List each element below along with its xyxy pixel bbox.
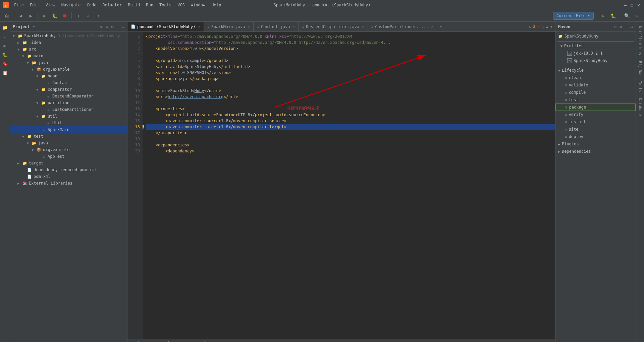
maven-deploy[interactable]: ⚙ deploy	[555, 133, 636, 140]
tree-contact[interactable]: ☕ Contact	[10, 79, 127, 86]
tree-org-example[interactable]: ▼ 📦 org.example	[10, 66, 127, 73]
tree-custom-partitioner[interactable]: ☕ CustomPartitioner	[10, 106, 127, 113]
maven-profile-jdk[interactable]: ☐ jdk-18.0.2.1	[558, 50, 633, 57]
maven-package[interactable]: ⚙ package	[555, 104, 636, 111]
tree-target[interactable]: ▶ 📁 target	[10, 160, 127, 166]
tree-root[interactable]: ▼ 📁 SparkMainHuhy D:/java-output/SparkMa…	[10, 32, 127, 39]
right-icon-notifications[interactable]: Notifications	[637, 23, 643, 58]
menu-build[interactable]: Build	[125, 2, 143, 8]
maven-compile[interactable]: ⚙ compile	[555, 89, 636, 96]
git-push-button[interactable]: ↑	[94, 11, 103, 20]
current-file-button[interactable]: Current File ▾	[553, 12, 594, 20]
tree-util-class[interactable]: ☕ Util	[10, 120, 127, 126]
tree-descend-comparator[interactable]: ☕ DescendComparator	[10, 93, 127, 99]
left-icon-structure[interactable]: 📋	[1, 69, 9, 77]
settings-button[interactable]: ⚙	[633, 11, 641, 20]
editor-nav-down[interactable]: ▼	[550, 24, 552, 29]
maven-clean[interactable]: ⚙ clean	[555, 74, 636, 81]
menu-refactor[interactable]: Refactor	[100, 2, 124, 8]
project-close-icon[interactable]: –	[117, 24, 119, 29]
menu-run[interactable]: Run	[143, 2, 156, 8]
project-dropdown-icon[interactable]: ▾	[33, 24, 35, 29]
maven-settings-icon[interactable]: ⚙	[620, 24, 622, 29]
left-icon-run[interactable]: ▶	[1, 42, 9, 50]
tree-java-main[interactable]: ▼ 📂 java	[10, 59, 127, 66]
maven-install[interactable]: ⚙ install	[555, 118, 636, 126]
left-icon-debug[interactable]: 🐛	[1, 51, 9, 59]
debug-button[interactable]: 🐛	[50, 11, 59, 20]
tree-ext-libs[interactable]: ▶ 📚 External Libraries	[10, 180, 127, 187]
menu-edit[interactable]: Edit	[27, 2, 42, 8]
tab-spark-main-close[interactable]: ×	[248, 24, 250, 29]
tree-pom-xml[interactable]: 📄 pom.xml	[10, 173, 127, 180]
forward-button[interactable]: ▶	[26, 11, 35, 20]
breadcrumb-properties[interactable]: properties	[152, 341, 174, 342]
menu-help[interactable]: Help	[209, 2, 224, 8]
tree-spark-main[interactable]: ☕ SparkMain	[10, 126, 127, 133]
breadcrumb-project[interactable]: project	[131, 341, 146, 342]
maven-root[interactable]: 📁 SparkStudyHuhy	[555, 32, 636, 40]
project-collapse-icon[interactable]: ≡	[106, 24, 108, 29]
tab-contact[interactable]: ☕ Contact.java ×	[254, 22, 299, 32]
minimize-button[interactable]: –	[623, 2, 628, 8]
tree-idea[interactable]: ▶ 📁 .idea	[10, 39, 127, 46]
tab-overflow-icon[interactable]: ▾	[437, 24, 445, 29]
maven-dependencies-section[interactable]: ▶ Dependencies	[555, 148, 636, 155]
maven-collapse-icon[interactable]: –	[625, 24, 628, 29]
tab-spark-main[interactable]: ☕ SparkMain.java ×	[204, 22, 254, 32]
code-area[interactable]: <project xmlns="http://maven.apache.org/…	[143, 32, 555, 339]
run-config-button[interactable]: ▶	[599, 11, 607, 20]
maven-profile-spark-checkbox[interactable]: ☐	[567, 58, 572, 63]
right-icon-database[interactable]: Database	[637, 95, 643, 119]
tree-test[interactable]: ▼ 📁 test	[10, 133, 127, 140]
maven-minimize-icon[interactable]: ⊟	[631, 24, 633, 29]
tab-descend[interactable]: ☕ DescendComparator.java ×	[299, 22, 368, 32]
breadcrumb-compiler-target[interactable]: maven.compiler.target	[180, 341, 226, 342]
project-scope-icon[interactable]: ⊕	[100, 24, 103, 29]
maven-verify[interactable]: ⚙ verify	[555, 111, 636, 118]
menu-code[interactable]: Code	[84, 2, 99, 8]
menu-view[interactable]: View	[43, 2, 58, 8]
tree-partition[interactable]: ▼ 📁 partition	[10, 99, 127, 106]
maven-profiles-section[interactable]: ▼ Profiles	[558, 42, 633, 50]
maven-plugins-section[interactable]: ▶ Plugins	[555, 140, 636, 148]
maven-profile-spark[interactable]: ☐ SparkStudyHuhy	[558, 57, 633, 64]
maven-profile-jdk-checkbox[interactable]: ☐	[567, 51, 572, 56]
maven-validate[interactable]: ⚙ validate	[555, 81, 636, 89]
menu-tools[interactable]: Tools	[157, 2, 174, 8]
menu-window[interactable]: Window	[188, 2, 208, 8]
tree-src[interactable]: ▼ 📁 src	[10, 46, 127, 53]
tree-comparator[interactable]: ▼ 📁 comparator	[10, 86, 127, 93]
left-icon-commit[interactable]: ✓	[1, 32, 9, 41]
right-icon-bigdata[interactable]: Big Data Tools	[637, 58, 643, 95]
menu-file[interactable]: File	[11, 2, 26, 8]
tab-contact-close[interactable]: ×	[293, 24, 295, 29]
menu-vcs[interactable]: VCS	[175, 2, 187, 8]
menu-navigate[interactable]: Navigate	[59, 2, 84, 8]
search-everywhere-button[interactable]: 🔍	[623, 11, 631, 20]
tree-app-test[interactable]: ☕ AppTest	[10, 153, 127, 160]
close-button[interactable]: ✕	[636, 2, 641, 8]
back-button[interactable]: ◀	[16, 11, 25, 20]
git-commit-button[interactable]: ✓	[84, 11, 93, 20]
git-update-button[interactable]: ↓	[74, 11, 83, 20]
left-icon-bookmark[interactable]: 🔖	[1, 60, 9, 68]
maven-refresh-icon[interactable]: ↺	[614, 24, 616, 29]
editor-nav-up[interactable]: ▲	[546, 24, 548, 29]
debug-config-button[interactable]: 🐛	[609, 11, 618, 20]
tree-main[interactable]: ▼ 📁 main	[10, 53, 127, 59]
tree-util[interactable]: ▼ 📁 util	[10, 113, 127, 120]
left-icon-project[interactable]: 📁	[1, 23, 9, 31]
project-minimize-icon[interactable]: ⊟	[122, 24, 124, 29]
tab-pom-xml[interactable]: 📄 pom.xml (SparkStudyHuhy) ×	[127, 22, 204, 32]
maximize-button[interactable]: ❐	[629, 2, 635, 8]
tree-java-test[interactable]: ▼ 📂 java	[10, 140, 127, 146]
tree-dep-pom[interactable]: 📄 dependency-reduced-pom.xml	[10, 166, 127, 173]
run-button[interactable]: ▶	[40, 11, 49, 20]
project-settings-icon[interactable]: ⚙	[111, 24, 113, 29]
tab-custom[interactable]: ☕ CustomPartitioner.j... ×	[368, 22, 437, 32]
project-structure-button[interactable]: 🗂	[3, 11, 11, 20]
maven-site[interactable]: ⚙ site	[555, 126, 636, 133]
tree-org-example-test[interactable]: ▼ 📦 org.example	[10, 146, 127, 153]
maven-lifecycle-section[interactable]: ▼ Lifecycle	[555, 67, 636, 74]
